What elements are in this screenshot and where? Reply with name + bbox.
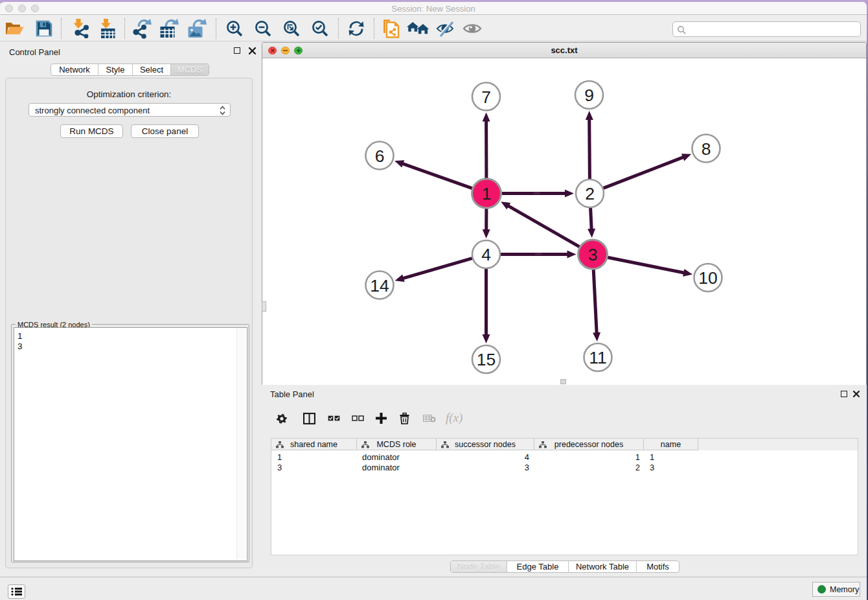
svg-text:4: 4 (481, 245, 491, 264)
svg-text:3: 3 (588, 245, 598, 264)
svg-text:6: 6 (375, 146, 385, 166)
svg-text:15: 15 (477, 350, 496, 369)
svg-text:9: 9 (584, 86, 594, 105)
svg-text:2: 2 (585, 184, 595, 203)
svg-text:1: 1 (482, 184, 492, 203)
svg-text:8: 8 (702, 139, 711, 159)
svg-text:7: 7 (481, 87, 491, 107)
svg-text:10: 10 (698, 268, 717, 288)
svg-text:11: 11 (589, 348, 607, 367)
svg-text:14: 14 (370, 276, 389, 295)
